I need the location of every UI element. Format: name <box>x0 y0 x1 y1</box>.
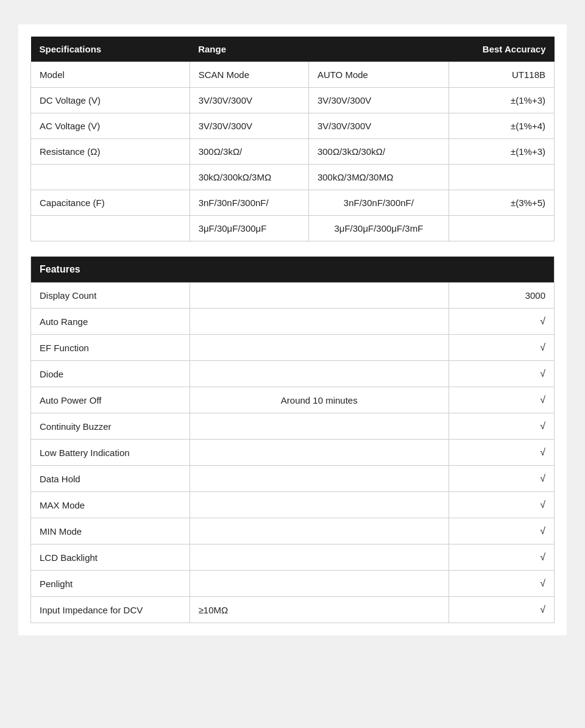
specs-col3-header: Best Accuracy <box>448 37 554 62</box>
cell-penlight-value: √ <box>448 571 554 597</box>
specs-col1-header: Specifications <box>31 37 190 62</box>
cell-ac-scan: 3V/30V/300V <box>190 113 308 139</box>
cell-data-hold-label: Data Hold <box>31 466 190 492</box>
cell-display-count-middle <box>190 283 448 309</box>
specs-col2-header: Range <box>190 37 448 62</box>
table-row: Resistance (Ω) 300Ω/3kΩ/ 300Ω/3kΩ/30kΩ/ … <box>31 139 555 165</box>
cell-display-count-label: Display Count <box>31 283 190 309</box>
cell-max-mode-value: √ <box>448 492 554 518</box>
cell-min-mode-label: MIN Mode <box>31 518 190 544</box>
table-row: Low Battery Indication √ <box>31 440 555 466</box>
table-row: LCD Backlight √ <box>31 544 555 571</box>
cell-model-scan: SCAN Mode <box>190 62 308 88</box>
cell-max-mode-label: MAX Mode <box>31 492 190 518</box>
table-row: MIN Mode √ <box>31 518 555 544</box>
table-row: EF Function √ <box>31 335 555 361</box>
table-row: Auto Range √ <box>31 309 555 335</box>
cell-continuity-buzzer-value: √ <box>448 413 554 440</box>
table-row: Penlight √ <box>31 571 555 597</box>
features-section-header: Features <box>31 257 555 283</box>
cell-input-impedance-label: Input Impedance for DCV <box>31 597 190 623</box>
cell-res2-scan: 30kΩ/300kΩ/3MΩ <box>190 165 308 190</box>
table-row: Input Impedance for DCV ≥10MΩ √ <box>31 597 555 623</box>
cell-res2-accuracy <box>448 165 554 190</box>
cell-cap1-auto: 3nF/30nF/300nF/ <box>308 190 448 216</box>
cell-low-battery-value: √ <box>448 440 554 466</box>
cell-cap2-auto: 3μF/30μF/300μF/3mF <box>308 216 448 241</box>
table-row: Display Count 3000 <box>31 283 555 309</box>
table-row: Continuity Buzzer √ <box>31 413 555 440</box>
cell-cap2-scan: 3μF/30μF/300μF <box>190 216 308 241</box>
cell-dc-label: DC Voltage (V) <box>31 88 190 113</box>
cell-continuity-buzzer-middle <box>190 413 448 440</box>
cell-dc-scan: 3V/30V/300V <box>190 88 308 113</box>
table-row: 30kΩ/300kΩ/3MΩ 300kΩ/3MΩ/30MΩ <box>31 165 555 190</box>
table-row: AC Voltage (V) 3V/30V/300V 3V/30V/300V ±… <box>31 113 555 139</box>
cell-auto-power-off-value: √ <box>448 387 554 413</box>
cell-auto-power-off-middle: Around 10 minutes <box>190 387 448 413</box>
features-header-label: Features <box>31 257 555 283</box>
cell-input-impedance-middle: ≥10MΩ <box>190 597 448 623</box>
cell-ef-function-value: √ <box>448 335 554 361</box>
cell-dc-accuracy: ±(1%+3) <box>448 88 554 113</box>
cell-cap1-scan: 3nF/30nF/300nF/ <box>190 190 308 216</box>
cell-min-mode-value: √ <box>448 518 554 544</box>
page-container: Specifications Range Best Accuracy Model… <box>18 24 567 635</box>
cell-low-battery-label: Low Battery Indication <box>31 440 190 466</box>
cell-continuity-buzzer-label: Continuity Buzzer <box>31 413 190 440</box>
cell-ac-auto: 3V/30V/300V <box>308 113 448 139</box>
cell-display-count-value: 3000 <box>448 283 554 309</box>
cell-diode-middle <box>190 361 448 387</box>
spacer-row <box>31 241 555 257</box>
cell-auto-power-off-label: Auto Power Off <box>31 387 190 413</box>
specs-header-row: Specifications Range Best Accuracy <box>31 37 555 62</box>
table-row: Auto Power Off Around 10 minutes √ <box>31 387 555 413</box>
cell-ef-function-label: EF Function <box>31 335 190 361</box>
table-row: DC Voltage (V) 3V/30V/300V 3V/30V/300V ±… <box>31 88 555 113</box>
cell-model-accuracy: UT118B <box>448 62 554 88</box>
cell-res1-auto: 300Ω/3kΩ/30kΩ/ <box>308 139 448 165</box>
table-row: Capacitance (F) 3nF/30nF/300nF/ 3nF/30nF… <box>31 190 555 216</box>
cell-penlight-middle <box>190 571 448 597</box>
cell-ef-function-middle <box>190 335 448 361</box>
cell-data-hold-value: √ <box>448 466 554 492</box>
cell-lcd-backlight-label: LCD Backlight <box>31 544 190 571</box>
cell-model-auto: AUTO Mode <box>308 62 448 88</box>
cell-cap2-label <box>31 216 190 241</box>
cell-low-battery-middle <box>190 440 448 466</box>
cell-model-label: Model <box>31 62 190 88</box>
cell-ac-accuracy: ±(1%+4) <box>448 113 554 139</box>
cell-lcd-backlight-middle <box>190 544 448 571</box>
cell-ac-label: AC Voltage (V) <box>31 113 190 139</box>
cell-res1-accuracy: ±(1%+3) <box>448 139 554 165</box>
cell-cap1-accuracy: ±(3%+5) <box>448 190 554 216</box>
cell-dc-auto: 3V/30V/300V <box>308 88 448 113</box>
cell-penlight-label: Penlight <box>31 571 190 597</box>
cell-diode-value: √ <box>448 361 554 387</box>
cell-auto-range-value: √ <box>448 309 554 335</box>
cell-res2-auto: 300kΩ/3MΩ/30MΩ <box>308 165 448 190</box>
cell-auto-range-middle <box>190 309 448 335</box>
table-row: MAX Mode √ <box>31 492 555 518</box>
table-row: Data Hold √ <box>31 466 555 492</box>
cell-input-impedance-value: √ <box>448 597 554 623</box>
cell-min-mode-middle <box>190 518 448 544</box>
cell-max-mode-middle <box>190 492 448 518</box>
specifications-table: Specifications Range Best Accuracy Model… <box>30 37 555 623</box>
cell-res1-label: Resistance (Ω) <box>31 139 190 165</box>
cell-cap2-accuracy <box>448 216 554 241</box>
cell-diode-label: Diode <box>31 361 190 387</box>
cell-res1-scan: 300Ω/3kΩ/ <box>190 139 308 165</box>
cell-cap1-label: Capacitance (F) <box>31 190 190 216</box>
table-row: Model SCAN Mode AUTO Mode UT118B <box>31 62 555 88</box>
cell-res2-label <box>31 165 190 190</box>
cell-lcd-backlight-value: √ <box>448 544 554 571</box>
cell-auto-range-label: Auto Range <box>31 309 190 335</box>
cell-data-hold-middle <box>190 466 448 492</box>
table-row: 3μF/30μF/300μF 3μF/30μF/300μF/3mF <box>31 216 555 241</box>
table-row: Diode √ <box>31 361 555 387</box>
